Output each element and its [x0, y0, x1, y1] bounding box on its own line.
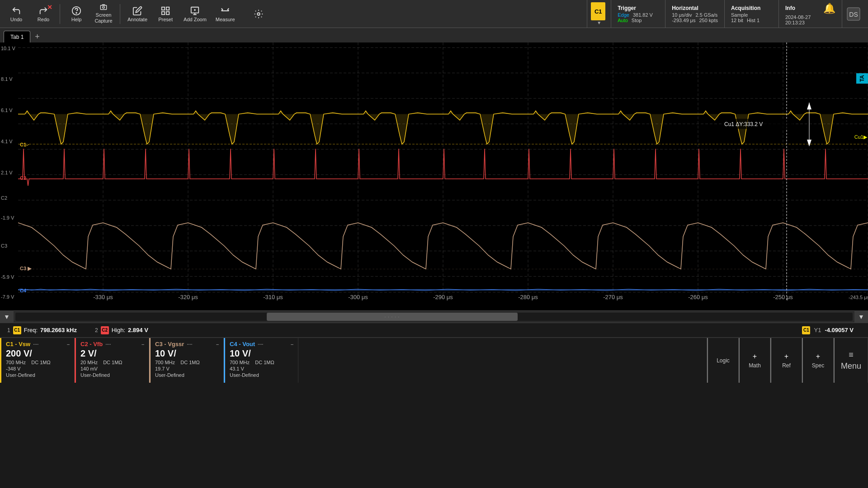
- scroll-left-button[interactable]: ▼: [0, 310, 14, 323]
- channel-c1-block[interactable]: C1 - Vsw ···· – 200 V/ 700 MHz DC 1MΩ -3…: [0, 338, 75, 383]
- svg-text:DS: DS: [849, 11, 858, 18]
- svg-text:C4: C4: [20, 287, 27, 293]
- y-label-10: 10.1 V: [1, 46, 15, 51]
- math-button[interactable]: + Math: [739, 338, 770, 383]
- svg-rect-7: [166, 11, 169, 14]
- scroll-right-button[interactable]: ▼: [854, 310, 868, 323]
- y-label-n2: -1.9 V: [1, 215, 14, 221]
- info-panel: Info 🔔 2024-08-27 20:13:23: [778, 0, 842, 28]
- scope-tab-1[interactable]: Tab 1: [4, 31, 30, 42]
- math-plus-icon: +: [753, 352, 757, 361]
- user-profile-button[interactable]: DS: [842, 0, 864, 28]
- separator-1: [60, 4, 60, 24]
- notification-icon: 🔔: [823, 3, 835, 14]
- tab-bar: Tab 1 +: [0, 28, 868, 42]
- ch1-badge: C1: [591, 2, 605, 20]
- meas-ch2-badge: C2: [101, 326, 109, 334]
- toolbar: Undo Redo ✕ Help ScreenCapture Annotate: [0, 0, 868, 28]
- measurement-bar: 1 C1 Freq: 798.2663 kHz 2 C2 High: 2.894…: [0, 323, 868, 338]
- svg-point-9: [257, 13, 260, 15]
- scope-area: Tab 1 + 10.1 V 8.1 V 6.1 V 4.1 V 2.1 V C…: [0, 28, 868, 310]
- ch-dropdown-arrow: ▼: [597, 20, 601, 25]
- scrollbar-thumb[interactable]: · · · · ·: [267, 313, 518, 321]
- y-label-2: 2.1 V: [1, 170, 13, 175]
- c1-y1-ch-badge: C1: [802, 326, 810, 334]
- preset-button[interactable]: Preset: [153, 2, 178, 26]
- channel-selector[interactable]: C1 ▼: [587, 0, 611, 28]
- help-button[interactable]: Help: [64, 2, 89, 26]
- svg-text:-270 μs: -270 μs: [603, 294, 623, 300]
- separator-2: [120, 4, 120, 24]
- svg-text:-243.5 μs: -243.5 μs: [849, 295, 868, 300]
- y-label-n8: -7.9 V: [1, 294, 14, 300]
- redo-button[interactable]: Redo ✕: [31, 2, 56, 26]
- channel-c3-block[interactable]: C3 - Vgssr ···· – 10 V/ 700 MHz DC 1MΩ 1…: [149, 338, 224, 383]
- svg-rect-2: [100, 5, 106, 9]
- svg-text:C1-·: C1-·: [20, 142, 29, 147]
- settings-button[interactable]: [246, 2, 271, 26]
- svg-text:-290 μs: -290 μs: [433, 294, 453, 300]
- spec-plus-icon: +: [816, 352, 820, 361]
- svg-rect-6: [162, 11, 165, 14]
- y-label-6: 6.1 V: [1, 108, 13, 113]
- svg-point-3: [103, 6, 104, 8]
- y-label-c3: C3: [1, 243, 7, 249]
- channel-c2-block[interactable]: C2 - Vfb ···· – 2 V/ 20 MHz DC 1MΩ 140 m…: [75, 338, 149, 383]
- svg-text:-330 μs: -330 μs: [93, 294, 113, 300]
- logic-button[interactable]: Logic: [707, 338, 739, 383]
- menu-icon: ≡: [849, 350, 854, 360]
- svg-rect-4: [162, 7, 165, 9]
- scrollbar-dots: · · · · ·: [384, 314, 400, 319]
- ref-plus-icon: +: [784, 352, 788, 361]
- svg-marker-40: [807, 140, 811, 146]
- waveform-display: -330 μs -320 μs -310 μs -300 μs -290 μs …: [18, 42, 868, 301]
- scrollbar-track[interactable]: · · · · ·: [15, 313, 853, 321]
- add-tab-button[interactable]: +: [31, 31, 43, 42]
- undo-button[interactable]: Undo: [4, 2, 29, 26]
- svg-text:-280 μs: -280 μs: [518, 294, 538, 300]
- svg-rect-5: [166, 7, 169, 9]
- svg-text:-310 μs: -310 μs: [263, 294, 283, 300]
- spec-button[interactable]: + Spec: [802, 338, 834, 383]
- acquisition-panel: Acquisition Sample 12 bit Hist 1: [724, 0, 778, 28]
- measurement-1: 1 C1 Freq: 798.2663 kHz: [7, 326, 77, 334]
- y-label-c2: C2: [1, 195, 7, 201]
- meas-ch1-badge: C1: [13, 326, 21, 334]
- horizontal-panel: Horizontal 10 μs/div 2.5 GSa/s -293.49 μ…: [665, 0, 724, 28]
- svg-text:C2: C2: [20, 175, 26, 181]
- svg-text:Cu1 ΔY:333.2 V: Cu1 ΔY:333.2 V: [724, 121, 763, 127]
- trigger-panel: Trigger Edge 381.82 V Auto Stop: [611, 0, 665, 28]
- top-right-panels: C1 ▼ Trigger Edge 381.82 V Auto Stop Hor…: [587, 0, 864, 28]
- svg-text:-250 μs: -250 μs: [773, 294, 793, 300]
- y-label-4: 4.1 V: [1, 139, 13, 144]
- annotate-button[interactable]: Annotate: [124, 2, 151, 26]
- y-label-8: 8.1 V: [1, 76, 13, 82]
- bottom-right-buttons: Logic + Math + Ref + Spec ≡ Menu: [707, 338, 868, 383]
- svg-text:-300 μs: -300 μs: [348, 294, 368, 300]
- scrollbar-area: ▼ · · · · · ▼: [0, 310, 868, 323]
- menu-button[interactable]: ≡ Menu: [834, 338, 868, 383]
- screen-capture-button[interactable]: ScreenCapture: [91, 2, 116, 26]
- c1-y1-readout: C1 Y1 -4.09057 V: [795, 326, 861, 334]
- measurement-2: 2 C2 High: 2.894 V: [95, 326, 148, 334]
- svg-text:C3 ▶: C3 ▶: [20, 266, 32, 271]
- channel-info: C1 - Vsw ···· – 200 V/ 700 MHz DC 1MΩ -3…: [0, 338, 868, 383]
- svg-point-1: [76, 12, 77, 13]
- svg-text:-320 μs: -320 μs: [178, 294, 198, 300]
- ref-button[interactable]: + Ref: [770, 338, 802, 383]
- y-label-n6: -5.9 V: [1, 274, 14, 280]
- add-zoom-button[interactable]: Add Zoom: [180, 2, 210, 26]
- measure-button[interactable]: Measure: [212, 2, 239, 26]
- channel-c4-block[interactable]: C4 - Vout ···· – 10 V/ 700 MHz DC 1MΩ 43…: [224, 338, 298, 383]
- svg-text:-260 μs: -260 μs: [688, 294, 708, 300]
